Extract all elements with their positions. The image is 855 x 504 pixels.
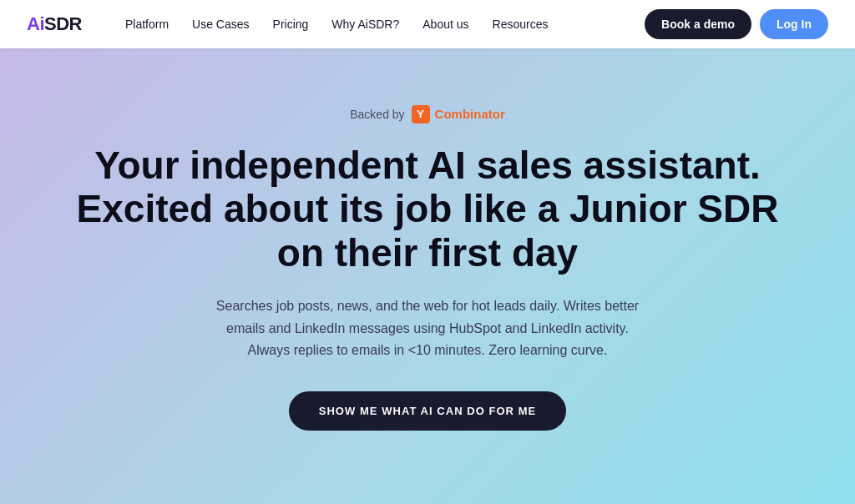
- nav-why-aisdr[interactable]: Why AiSDR?: [321, 11, 409, 38]
- backed-by-label: Backed by: [350, 108, 404, 121]
- yc-name: Combinator: [435, 107, 505, 121]
- nav-actions: Book a demo Log In: [645, 9, 828, 39]
- logo-ai: Ai: [27, 13, 44, 35]
- logo-sdr: SDR: [44, 13, 82, 35]
- hero-subtitle: Searches job posts, news, and the web fo…: [210, 295, 645, 361]
- yc-badge: Y Combinator: [412, 105, 505, 123]
- nav-use-cases[interactable]: Use Cases: [182, 11, 259, 38]
- navbar: AiSDR Platform Use Cases Pricing Why AiS…: [0, 0, 855, 48]
- yc-logo-icon: Y: [412, 105, 430, 123]
- nav-pricing[interactable]: Pricing: [263, 11, 319, 38]
- page-wrapper: AiSDR Platform Use Cases Pricing Why AiS…: [0, 0, 855, 504]
- nav-resources[interactable]: Resources: [483, 11, 559, 38]
- hero-section: Backed by Y Combinator Your independent …: [0, 48, 855, 504]
- nav-about-us[interactable]: About us: [412, 11, 478, 38]
- book-demo-button[interactable]: Book a demo: [645, 9, 751, 39]
- cta-button[interactable]: SHOW ME WHAT AI CAN DO FOR ME: [289, 391, 567, 431]
- nav-platform[interactable]: Platform: [115, 11, 179, 38]
- yc-letter: Y: [417, 108, 424, 120]
- backed-by-container: Backed by Y Combinator: [350, 105, 505, 123]
- logo[interactable]: AiSDR: [27, 13, 82, 35]
- hero-title: Your independent AI sales assistant. Exc…: [68, 144, 787, 276]
- login-button[interactable]: Log In: [760, 9, 828, 39]
- nav-links: Platform Use Cases Pricing Why AiSDR? Ab…: [115, 11, 645, 38]
